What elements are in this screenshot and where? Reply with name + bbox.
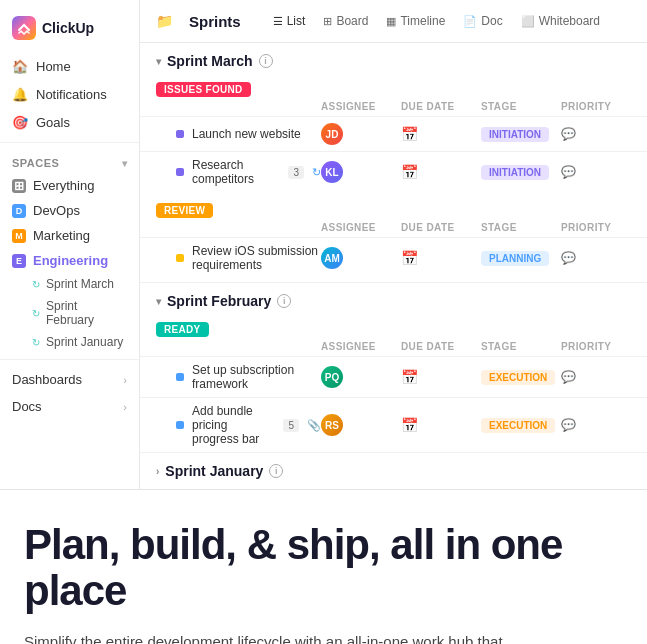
- task-stage: PLANNING: [481, 251, 561, 265]
- task-table-header-1: ASSIGNEE DUE DATE STAGE PRIORITY: [140, 97, 647, 116]
- nav-goals[interactable]: 🎯 Goals: [0, 108, 139, 136]
- chevron-right-icon-2: ›: [123, 401, 127, 413]
- task-duedate: 📅: [401, 126, 481, 142]
- divider-2: [0, 359, 139, 360]
- task-name: Launch new website: [176, 127, 321, 141]
- tab-doc[interactable]: 📄 Doc: [455, 10, 510, 32]
- task-label: Review iOS submission requirements: [192, 244, 321, 272]
- task-priority: 💬: [561, 370, 631, 384]
- devops-label: DevOps: [33, 203, 80, 218]
- board-icon: ⊞: [323, 15, 332, 28]
- sprint-january-section[interactable]: › Sprint January i: [140, 452, 647, 489]
- task-stage: EXECUTION: [481, 370, 561, 384]
- task-name: Review iOS submission requirements: [176, 244, 321, 272]
- comment-icon: 💬: [561, 251, 576, 265]
- col-stage-3: STAGE: [481, 341, 561, 352]
- sprint-march-header[interactable]: ▾ Sprint March i: [140, 43, 647, 75]
- sidebar-item-devops[interactable]: D DevOps: [0, 198, 139, 223]
- col-duedate-1: DUE DATE: [401, 101, 481, 112]
- nav-home[interactable]: 🏠 Home: [0, 52, 139, 80]
- task-bullet: [176, 168, 184, 176]
- col-stage-2: STAGE: [481, 222, 561, 233]
- sidebar: ClickUp 🏠 Home 🔔 Notifications 🎯 Goals S…: [0, 0, 140, 489]
- marketing-icon: M: [12, 229, 26, 243]
- stage-badge: EXECUTION: [481, 418, 555, 433]
- comment-icon: 💬: [561, 370, 576, 384]
- nav-goals-label: Goals: [36, 115, 70, 130]
- stage-badge: EXECUTION: [481, 370, 555, 385]
- task-priority: 💬: [561, 418, 631, 432]
- sidebar-docs[interactable]: Docs ›: [0, 393, 139, 420]
- task-duedate: 📅: [401, 250, 481, 266]
- timeline-icon: ▦: [386, 15, 396, 28]
- sprint-march-section: ▾ Sprint March i ISSUES FOUND ASSIGNEE D…: [140, 43, 647, 278]
- task-stage: INITIATION: [481, 165, 561, 179]
- col-priority-1: PRIORITY: [561, 101, 631, 112]
- nav-notifications[interactable]: 🔔 Notifications: [0, 80, 139, 108]
- table-row[interactable]: Launch new website JD 📅 INITIATION 💬: [140, 116, 647, 151]
- sidebar-sprint-january[interactable]: ↻ Sprint January: [0, 331, 139, 353]
- sidebar-sprint-february[interactable]: ↻ Sprint February: [0, 295, 139, 331]
- table-row[interactable]: Research competitors 3 ↻ KL 📅 INITIATION…: [140, 151, 647, 192]
- tab-board[interactable]: ⊞ Board: [315, 10, 376, 32]
- sidebar-sprint-march[interactable]: ↻ Sprint March: [0, 273, 139, 295]
- badge-ready: READY: [156, 319, 631, 337]
- logo-icon: [12, 16, 36, 40]
- sidebar-item-everything[interactable]: ⊞ Everything: [0, 173, 139, 198]
- doc-icon: 📄: [463, 15, 477, 28]
- home-icon: 🏠: [12, 58, 28, 74]
- stage-badge: INITIATION: [481, 165, 549, 180]
- calendar-icon: 📅: [401, 164, 418, 180]
- table-row[interactable]: Review iOS submission requirements AM 📅 …: [140, 237, 647, 278]
- task-stage: EXECUTION: [481, 418, 561, 432]
- task-label: Launch new website: [192, 127, 301, 141]
- tab-timeline[interactable]: ▦ Timeline: [378, 10, 453, 32]
- info-icon-january: i: [269, 464, 283, 478]
- task-count: 3: [288, 166, 304, 179]
- comment-icon: 💬: [561, 127, 576, 141]
- marketing-section: Plan, build, & ship, all in one place Si…: [0, 490, 647, 644]
- whiteboard-icon: ⬜: [521, 15, 535, 28]
- tab-doc-label: Doc: [481, 14, 502, 28]
- sidebar-item-engineering[interactable]: E Engineering: [0, 248, 139, 273]
- task-name: Research competitors 3 ↻: [176, 158, 321, 186]
- sidebar-item-marketing[interactable]: M Marketing: [0, 223, 139, 248]
- marketing-label: Marketing: [33, 228, 90, 243]
- ready-badge: READY: [156, 322, 209, 337]
- sprint-february-header[interactable]: ▾ Sprint February i: [140, 283, 647, 315]
- sidebar-dashboards[interactable]: Dashboards ›: [0, 366, 139, 393]
- task-bullet: [176, 130, 184, 138]
- task-priority: 💬: [561, 165, 631, 179]
- marketing-headline: Plan, build, & ship, all in one place: [24, 522, 623, 614]
- task-bullet: [176, 421, 184, 429]
- task-duedate: 📅: [401, 369, 481, 385]
- task-priority: 💬: [561, 251, 631, 265]
- engineering-icon: E: [12, 254, 26, 268]
- task-duedate: 📅: [401, 417, 481, 433]
- view-tabs: ☰ List ⊞ Board ▦ Timeline 📄 Doc ⬜ Whi: [265, 10, 608, 32]
- badge-issues-found: ISSUES FOUND: [156, 79, 631, 97]
- tab-whiteboard[interactable]: ⬜ Whiteboard: [513, 10, 608, 32]
- table-row[interactable]: Add bundle pricing progress bar 5 📎 RS 📅…: [140, 397, 647, 452]
- col-assignee-3: ASSIGNEE: [321, 341, 401, 352]
- task-name: Set up subscription framework: [176, 363, 321, 391]
- sprint-march-chevron: ▾: [156, 56, 161, 67]
- task-assignee: KL: [321, 161, 401, 183]
- dashboards-label: Dashboards: [12, 372, 82, 387]
- calendar-icon: 📅: [401, 250, 418, 266]
- col-stage-1: STAGE: [481, 101, 561, 112]
- table-row[interactable]: Set up subscription framework PQ 📅 EXECU…: [140, 356, 647, 397]
- main-header: 📁 Sprints ☰ List ⊞ Board ▦ Timeline 📄 Do…: [140, 0, 647, 43]
- calendar-icon: 📅: [401, 417, 418, 433]
- col-priority-3: PRIORITY: [561, 341, 631, 352]
- tab-list[interactable]: ☰ List: [265, 10, 314, 32]
- task-table-header-3: ASSIGNEE DUE DATE STAGE PRIORITY: [140, 337, 647, 356]
- target-icon: 🎯: [12, 114, 28, 130]
- logo-text: ClickUp: [42, 20, 94, 36]
- main-content: 📁 Sprints ☰ List ⊞ Board ▦ Timeline 📄 Do…: [140, 0, 647, 489]
- marketing-subtext: Simplify the entire development lifecycl…: [24, 630, 544, 644]
- task-bullet: [176, 373, 184, 381]
- col-duedate-3: DUE DATE: [401, 341, 481, 352]
- devops-icon: D: [12, 204, 26, 218]
- avatar: JD: [321, 123, 343, 145]
